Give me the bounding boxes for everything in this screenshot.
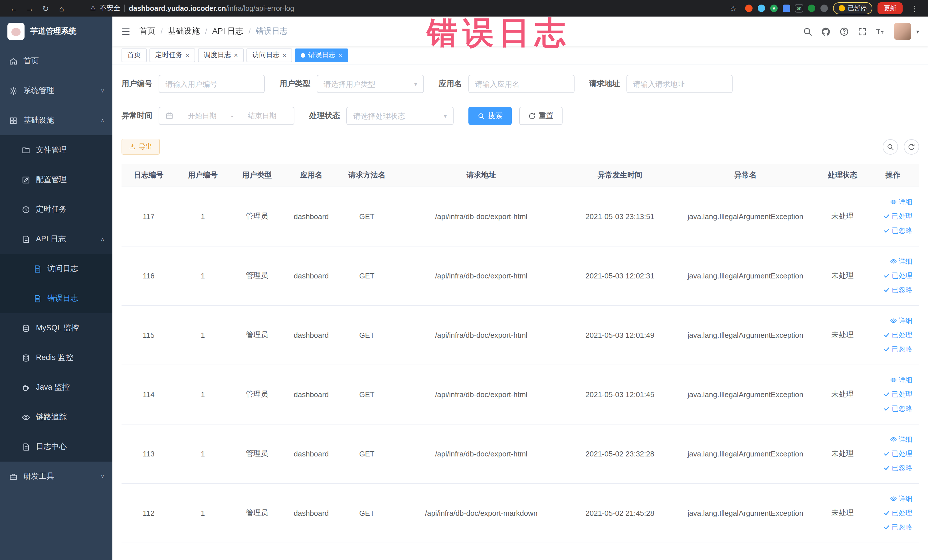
app-logo[interactable]: 芋道管理系统	[0, 17, 112, 46]
hamburger-icon[interactable]: ☰	[122, 25, 130, 37]
sidebar-item-file[interactable]: 文件管理	[0, 135, 112, 165]
cell-exception-time: 2021-05-02 23:32:28	[567, 424, 673, 483]
sidebar-item-config[interactable]: 配置管理	[0, 165, 112, 195]
detail-link[interactable]: 详细	[867, 373, 912, 387]
sidebar-item-api-log[interactable]: API 日志 ∧	[0, 224, 112, 254]
processed-link[interactable]: 已处理	[867, 209, 912, 223]
ignored-link[interactable]: 已忽略	[867, 283, 912, 297]
close-icon[interactable]: ×	[282, 52, 286, 58]
user-type-select[interactable]: ▾	[317, 75, 424, 93]
reload-icon[interactable]: ↻	[39, 2, 52, 15]
detail-link[interactable]: 详细	[867, 254, 912, 269]
date-range-separator: -	[231, 112, 234, 120]
browser-home-icon[interactable]: ⌂	[55, 2, 69, 15]
extension-icon-5[interactable]: on	[795, 5, 803, 12]
refresh-table-button[interactable]	[904, 139, 919, 154]
breadcrumb-item[interactable]: API 日志	[212, 26, 243, 37]
processed-link[interactable]: 已处理	[867, 269, 912, 283]
grid-icon	[9, 116, 18, 125]
cell-process-status: 未处理	[818, 483, 867, 543]
sidebar-item-error-log[interactable]: 错误日志	[0, 284, 112, 313]
processed-link[interactable]: 已处理	[867, 447, 912, 461]
browser-menu-icon[interactable]: ⋮	[908, 2, 922, 15]
sidebar-item-redis[interactable]: Redis 监控	[0, 343, 112, 372]
export-button[interactable]: 导出	[122, 139, 160, 155]
avatar[interactable]	[894, 23, 911, 40]
ignored-link[interactable]: 已忽略	[867, 223, 912, 238]
tab-调度日志[interactable]: 调度日志 ×	[198, 48, 244, 62]
sidebar-item-java[interactable]: Java 监控	[0, 372, 112, 402]
reset-button[interactable]: 重置	[519, 107, 563, 125]
request-url-input[interactable]	[633, 79, 725, 88]
extension-icon-3[interactable]: V	[770, 5, 778, 12]
check-icon	[883, 464, 890, 471]
extension-icon-4[interactable]	[783, 5, 790, 12]
tab-错误日志[interactable]: 错误日志 ×	[295, 48, 348, 62]
sidebar-item-trace[interactable]: 链路追踪	[0, 402, 112, 432]
sidebar-item-log-center[interactable]: 日志中心	[0, 432, 112, 462]
processed-link[interactable]: 已处理	[867, 328, 912, 342]
ignored-link[interactable]: 已忽略	[867, 461, 912, 475]
user-id-input[interactable]	[165, 79, 258, 88]
back-icon[interactable]: ←	[7, 2, 21, 15]
detail-link[interactable]: 详细	[867, 491, 912, 506]
check-icon	[883, 524, 890, 531]
sidebar-item-job[interactable]: 定时任务	[0, 195, 112, 224]
fullscreen-icon[interactable]	[858, 26, 867, 36]
detail-link[interactable]: 详细	[867, 432, 912, 447]
close-icon[interactable]: ×	[234, 52, 238, 58]
folder-icon	[22, 146, 30, 154]
processed-link[interactable]: 已处理	[867, 387, 912, 401]
url-text: dashboard.yudao.iocoder.cn/infra/log/api…	[129, 4, 294, 12]
forward-icon[interactable]: →	[23, 2, 37, 15]
sidebar-item-mysql[interactable]: MySQL 监控	[0, 313, 112, 343]
sidebar-item-access-log[interactable]: 访问日志	[0, 254, 112, 284]
ignored-link[interactable]: 已忽略	[867, 401, 912, 416]
sidebar-item-devtools[interactable]: 研发工具 ∨	[0, 462, 112, 491]
start-date-placeholder[interactable]: 开始日期	[177, 111, 227, 121]
tab-定时任务[interactable]: 定时任务 ×	[150, 48, 195, 62]
app-name-input[interactable]	[475, 79, 568, 88]
paused-badge[interactable]: 已暂停	[833, 2, 872, 14]
tab-访问日志[interactable]: 访问日志 ×	[246, 48, 292, 62]
detail-link[interactable]: 详细	[867, 314, 912, 328]
extension-icon-2[interactable]	[758, 5, 765, 12]
chevron-down-icon: ▾	[444, 113, 447, 119]
table-row: 116 1 管理员 dashboard GET /api/infra/db-do…	[122, 246, 919, 305]
ignored-link[interactable]: 已忽略	[867, 520, 912, 534]
extension-icon-6[interactable]	[808, 5, 815, 12]
cell-exception-time: 2021-05-03 23:13:51	[567, 186, 673, 246]
process-status-select[interactable]: ▾	[346, 107, 453, 125]
date-range-picker[interactable]: 开始日期 - 结束日期	[159, 107, 295, 125]
tab-首页[interactable]: 首页	[122, 48, 147, 62]
update-button[interactable]: 更新	[878, 2, 903, 14]
end-date-placeholder[interactable]: 结束日期	[237, 111, 288, 121]
breadcrumb-item[interactable]: 首页	[139, 26, 156, 37]
detail-link[interactable]: 详细	[867, 195, 912, 209]
search-icon[interactable]	[803, 26, 812, 36]
address-bar[interactable]: ⚠ 不安全 dashboard.yudao.iocoder.cn/infra/l…	[90, 3, 724, 13]
search-button[interactable]: 搜索	[469, 107, 512, 125]
sidebar-menu: 首页 系统管理 ∨ 基础设施 ∧ 文件管理 配置管理 定时任务 API 日志 ∧…	[0, 46, 112, 491]
refresh-icon	[528, 112, 536, 119]
processed-link[interactable]: 已处理	[867, 506, 912, 520]
github-icon[interactable]	[821, 26, 831, 36]
user-type-select-input[interactable]	[324, 79, 411, 88]
avatar-caret-icon[interactable]: ▾	[916, 28, 919, 35]
toggle-search-button[interactable]	[883, 139, 898, 154]
close-icon[interactable]: ×	[185, 52, 189, 58]
sidebar-item-home[interactable]: 首页	[0, 46, 112, 76]
extension-icon-1[interactable]	[745, 5, 752, 12]
help-icon[interactable]	[839, 26, 849, 36]
breadcrumb-item[interactable]: 基础设施	[168, 26, 200, 37]
close-icon[interactable]: ×	[338, 52, 342, 58]
ignored-link[interactable]: 已忽略	[867, 342, 912, 356]
extension-icon-7[interactable]	[820, 5, 828, 12]
sidebar-item-system[interactable]: 系统管理 ∨	[0, 76, 112, 105]
sidebar-item-infra[interactable]: 基础设施 ∧	[0, 105, 112, 135]
font-size-icon[interactable]: TT	[876, 26, 885, 36]
cell-actions: 详细 已处理 已忽略	[867, 246, 919, 305]
process-status-select-input[interactable]	[353, 111, 441, 120]
chevron-icon: ∨	[101, 473, 104, 479]
bookmark-star-icon[interactable]: ☆	[726, 2, 740, 15]
